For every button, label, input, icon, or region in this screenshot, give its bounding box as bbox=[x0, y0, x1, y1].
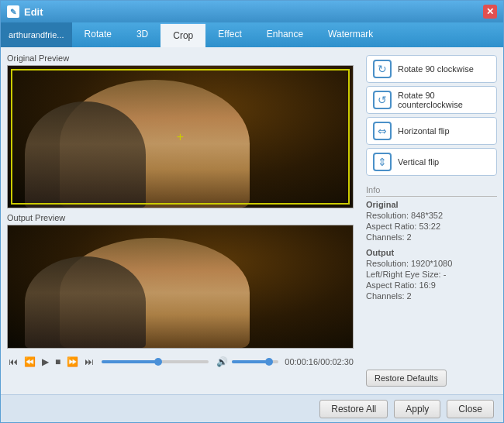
tab-rotate[interactable]: Rotate bbox=[72, 22, 124, 47]
volume-control: 🔊 bbox=[215, 355, 278, 369]
progress-fill bbox=[102, 360, 161, 363]
volume-thumb[interactable] bbox=[265, 358, 273, 366]
window-icon: ✎ bbox=[7, 5, 19, 18]
title-bar: ✎ Edit ✕ bbox=[1, 1, 503, 22]
time-total: 00:02:30 bbox=[320, 357, 354, 366]
restore-defaults-button[interactable]: Restore Defaults bbox=[366, 370, 447, 387]
play-button[interactable]: ▶ bbox=[40, 355, 50, 369]
apply-button[interactable]: Apply bbox=[394, 400, 440, 418]
output-preview-label: Output Preview bbox=[7, 213, 354, 222]
info-title: Info bbox=[366, 185, 497, 197]
tab-3d[interactable]: 3D bbox=[124, 22, 161, 47]
v-flip-button[interactable]: ⇕ Vertical flip bbox=[366, 148, 497, 176]
rotate-cw-icon: ↻ bbox=[373, 60, 392, 78]
tab-effect[interactable]: Effect bbox=[205, 22, 254, 47]
crop-selection-box[interactable]: + bbox=[11, 69, 350, 205]
output-figure-young bbox=[25, 256, 146, 349]
original-resolution: Resolution: 848*352 bbox=[366, 211, 497, 220]
progress-bar[interactable] bbox=[102, 360, 209, 363]
output-aspect: Aspect Ratio: 16:9 bbox=[366, 280, 497, 290]
volume-bar[interactable] bbox=[232, 360, 278, 363]
window-title: Edit bbox=[24, 6, 483, 18]
output-channels: Channels: 2 bbox=[366, 291, 497, 301]
v-flip-label: Vertical flip bbox=[398, 157, 439, 167]
tab-watermark[interactable]: Watermark bbox=[316, 22, 385, 47]
tab-crop[interactable]: Crop bbox=[161, 22, 205, 47]
output-left-right: Left/Right Eye Size: - bbox=[366, 270, 497, 279]
close-button[interactable]: ✕ bbox=[483, 5, 497, 19]
h-flip-label: Horizontal flip bbox=[398, 126, 450, 136]
original-label: Original bbox=[366, 200, 497, 209]
step-back-button[interactable]: ⏪ bbox=[22, 355, 37, 369]
time-current: 00:00:16 bbox=[285, 357, 318, 366]
close-dialog-button[interactable]: Close bbox=[447, 400, 494, 418]
time-display: 00:00:16/00:02:30 bbox=[285, 357, 354, 366]
original-preview-label: Original Preview bbox=[7, 53, 354, 63]
skip-forward-button[interactable]: ⏭ bbox=[83, 355, 95, 369]
v-flip-icon: ⇕ bbox=[373, 153, 392, 171]
main-content: Original Preview + Output Preview ⏮ ⏪ bbox=[1, 47, 503, 394]
main-window: ✎ Edit ✕ arthurandfrie... Rotate 3D Crop… bbox=[0, 0, 504, 423]
crosshair-icon: + bbox=[177, 130, 184, 144]
restore-all-button[interactable]: Restore All bbox=[319, 400, 388, 418]
step-forward-button[interactable]: ⏩ bbox=[65, 355, 80, 369]
volume-fill bbox=[232, 360, 267, 363]
original-preview-box: + bbox=[7, 65, 354, 208]
rotate-ccw-label: Rotate 90 counterclockwise bbox=[398, 91, 490, 109]
rotate-cw-button[interactable]: ↻ Rotate 90 clockwise bbox=[366, 55, 497, 83]
right-panel: ↻ Rotate 90 clockwise ↺ Rotate 90 counte… bbox=[360, 47, 503, 394]
rotate-cw-label: Rotate 90 clockwise bbox=[398, 64, 474, 74]
original-aspect: Aspect Ratio: 53:22 bbox=[366, 222, 497, 231]
volume-icon[interactable]: 🔊 bbox=[215, 355, 230, 369]
playback-controls: ⏮ ⏪ ▶ ■ ⏩ ⏭ 🔊 00:00:1 bbox=[7, 352, 354, 372]
file-tab[interactable]: arthurandfrie... bbox=[1, 22, 72, 47]
h-flip-icon: ⇔ bbox=[373, 122, 392, 140]
stop-button[interactable]: ■ bbox=[54, 355, 62, 369]
left-panel: Original Preview + Output Preview ⏮ ⏪ bbox=[1, 47, 360, 394]
output-label: Output bbox=[366, 248, 497, 257]
rotate-ccw-button[interactable]: ↺ Rotate 90 counterclockwise bbox=[366, 86, 497, 114]
skip-back-button[interactable]: ⏮ bbox=[7, 355, 19, 369]
rotate-ccw-icon: ↺ bbox=[373, 91, 392, 109]
h-flip-button[interactable]: ⇔ Horizontal flip bbox=[366, 117, 497, 145]
original-channels: Channels: 2 bbox=[366, 232, 497, 242]
tab-bar: arthurandfrie... Rotate 3D Crop Effect E… bbox=[1, 22, 503, 47]
progress-thumb[interactable] bbox=[154, 358, 162, 366]
bottom-bar: Restore All Apply Close bbox=[1, 394, 503, 422]
output-preview-box bbox=[7, 225, 354, 349]
info-section: Info Original Resolution: 848*352 Aspect… bbox=[366, 185, 497, 302]
tab-enhance[interactable]: Enhance bbox=[254, 22, 316, 47]
output-resolution: Resolution: 1920*1080 bbox=[366, 259, 497, 268]
